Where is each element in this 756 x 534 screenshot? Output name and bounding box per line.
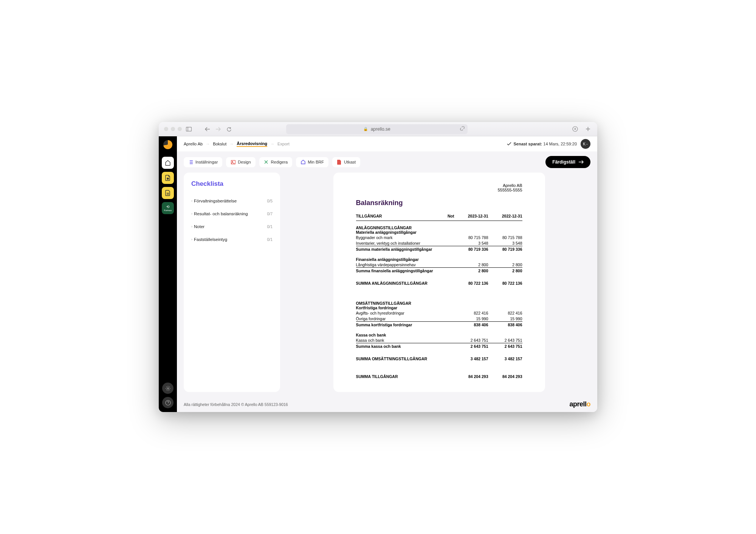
share-icon[interactable]	[460, 126, 465, 132]
home-icon	[301, 160, 305, 165]
breadcrumb: Aprello Ab → Bokslut → Årsredovisning → …	[184, 141, 290, 147]
svg-point-7	[232, 161, 233, 162]
traffic-lights	[164, 127, 182, 131]
chevron-right-icon: ›	[191, 225, 192, 228]
checklist-item[interactable]: › Förvaltningsberättelse 0/5	[191, 194, 273, 207]
sidebar-item-home[interactable]	[162, 157, 174, 169]
app-logo-icon[interactable]	[163, 140, 172, 149]
forward-icon[interactable]	[214, 125, 222, 133]
avatar[interactable]: K⌄	[581, 139, 590, 149]
arrow-right-icon	[578, 160, 584, 164]
sidebar-item-report[interactable]	[162, 187, 174, 199]
chevron-right-icon: ›	[191, 238, 192, 241]
back-icon[interactable]	[204, 125, 211, 133]
subsection-title: Materiella anläggningstillgångar	[356, 230, 522, 235]
tool-settings[interactable]: Inställningar	[184, 157, 222, 167]
copyright: Alla rättigheter förbehållna 2024 © Apre…	[184, 402, 288, 407]
tool-settings-label: Inställningar	[195, 160, 218, 164]
tool-brf-label: Min BRF	[308, 160, 324, 164]
table-row: Kassa och bank 2 643 751 2 643 751	[356, 337, 522, 343]
table-row: Avgifts- och hyresfordringar 822 416 822…	[356, 310, 522, 316]
checklist-item-label: Förvaltningsberättelse	[194, 199, 237, 203]
tool-edit-label: Redigera	[271, 160, 288, 164]
section-title: OMSÄTTNINGSTILLGÅNGAR	[356, 301, 522, 306]
url-bar[interactable]: 🔒 aprello.se	[286, 124, 468, 134]
finalize-label: Färdigställ	[552, 159, 575, 165]
tools-icon	[264, 160, 269, 165]
table-row: Övriga fordringar 15 990 15 990	[356, 316, 522, 322]
table-row-sum: Summa kassa och bank 2 643 751 2 643 751	[356, 343, 522, 349]
reload-icon[interactable]	[225, 125, 232, 133]
company-name: Aprello AB	[356, 183, 522, 188]
checklist-panel: Checklista › Förvaltningsberättelse 0/5 …	[184, 173, 280, 392]
download-icon[interactable]	[572, 125, 579, 133]
checklist-item-label: Fastställelseintyg	[194, 237, 227, 242]
table-row-total: SUMMA OMSÄTTNINGSTILLGÅNGAR 3 482 157 3 …	[356, 356, 522, 361]
browser-chrome: 🔒 aprello.se	[159, 122, 597, 136]
breadcrumb-bokslut[interactable]: Bokslut	[213, 142, 226, 146]
chevron-right-icon: ›	[191, 199, 192, 203]
checklist-item[interactable]: › Resultat- och balansräkning 0/7	[191, 207, 273, 220]
doc-header: Aprello AB 555555-5555	[356, 183, 522, 192]
checklist-item[interactable]: › Fastställelseintyg 0/1	[191, 233, 273, 246]
table-header: TILLGÅNGAR Not 2023-12-31 2022-12-31	[356, 214, 522, 221]
chevron-down-icon: ⌄	[586, 142, 588, 145]
browser-window: 🔒 aprello.se	[159, 122, 597, 412]
table-row-sum: Summa finansiella anläggningstillgångar …	[356, 268, 522, 273]
finalize-button[interactable]: Färdigställ	[545, 156, 590, 168]
list-icon	[188, 160, 193, 165]
image-icon	[231, 160, 235, 165]
section-title: ANLÄGGNINGSTILLGÅNGAR	[356, 225, 522, 230]
close-icon[interactable]	[164, 127, 168, 131]
check-icon	[507, 142, 511, 146]
checklist-item-count: 0/1	[267, 224, 273, 229]
table-row-sum: Summa materiella anläggningstillgångar 8…	[356, 246, 522, 252]
checklist-item-label: Noter	[194, 224, 204, 229]
subsection-title: Kassa och bank	[356, 333, 522, 337]
col-assets: TILLGÅNGAR	[356, 214, 439, 218]
breadcrumb-export[interactable]: Export	[277, 142, 290, 146]
chevron-right-icon: →	[270, 142, 274, 146]
table-row-sum: Summa kortfristiga fordringar 838 406 83…	[356, 322, 522, 327]
settings-icon[interactable]	[162, 383, 174, 394]
sidebar-toggle-icon[interactable]	[185, 125, 192, 133]
org-number: 555555-5555	[356, 188, 522, 192]
breadcrumb-arsredovisning[interactable]: Årsredovisning	[237, 141, 267, 147]
avatar-initial: K	[583, 142, 586, 146]
url-text: aprello.se	[371, 127, 390, 132]
chevron-right-icon: ›	[191, 212, 192, 216]
checklist-item-count: 0/5	[267, 199, 273, 203]
footer: Alla rättigheter förbehållna 2024 © Apre…	[177, 397, 597, 412]
svg-point-4	[167, 387, 169, 389]
svg-rect-6	[231, 160, 235, 164]
checklist-item[interactable]: › Noter 0/1	[191, 220, 273, 233]
saved-time: 14 Mars, 22:59:20	[543, 142, 577, 146]
tool-brf[interactable]: Min BRF	[296, 157, 328, 167]
tool-draft[interactable]: Utkast	[332, 157, 360, 167]
table-row-grandtotal: SUMMA TILLGÅNGAR 84 204 293 84 204 293	[356, 373, 522, 379]
document-preview: Aprello AB 555555-5555 Balansräkning TIL…	[333, 173, 545, 392]
new-tab-icon[interactable]	[584, 125, 592, 133]
doc-title: Balansräkning	[356, 199, 522, 207]
help-icon[interactable]	[162, 397, 174, 408]
checklist-title: Checklista	[191, 180, 273, 188]
sidebar-item-document[interactable]	[162, 172, 174, 184]
lock-icon: 🔒	[363, 127, 368, 131]
sidebar-item-fortnox[interactable]: ⟲ Fortnox	[162, 202, 174, 214]
minimize-icon[interactable]	[171, 127, 175, 131]
chevron-right-icon: →	[229, 142, 234, 146]
subsection-title: Finansiella anläggningstillgångar	[356, 257, 522, 262]
chevron-right-icon: →	[206, 142, 210, 146]
subsection-title: Kortfristiga fordringar	[356, 306, 522, 310]
breadcrumb-company[interactable]: Aprello Ab	[184, 142, 203, 146]
maximize-icon[interactable]	[178, 127, 182, 131]
svg-point-3	[167, 178, 169, 179]
tool-edit[interactable]: Redigera	[259, 157, 293, 167]
saved-prefix: Senast sparat:	[513, 142, 542, 146]
table-row: Långfristiga värdepappersinnehav 2 800 2…	[356, 262, 522, 268]
col-note: Not	[439, 214, 454, 218]
col-year2: 2022-12-31	[488, 214, 522, 218]
col-year1: 2023-12-31	[454, 214, 488, 218]
tool-design[interactable]: Design	[226, 157, 255, 167]
topbar: Aprello Ab → Bokslut → Årsredovisning → …	[177, 136, 597, 151]
